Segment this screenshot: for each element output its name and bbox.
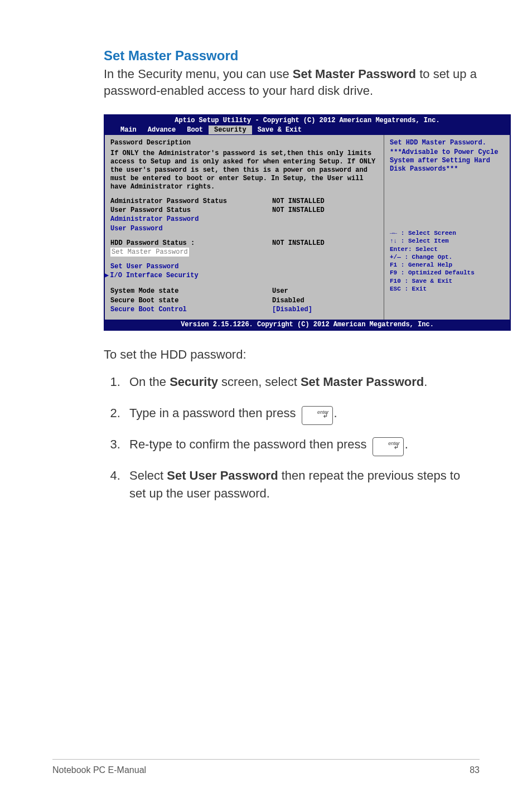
bios-tab-bar: Main Advance Boot Security Save & Exit [105,125,510,135]
intro-paragraph: In the Security menu, you can use Set Ma… [104,66,480,99]
bios-title-bar: Aptio Setup Utility - Copyright (C) 2012… [105,115,510,125]
bios-tab-save-exit: Save & Exit [252,125,307,134]
user-status-value: NOT INSTALLED [272,206,325,215]
intro-text-pre: In the Security menu, you can use [104,67,293,81]
hdd-status-label: HDD Password Status : [110,239,272,248]
enter-key-icon: enter↲ [373,437,404,456]
key-optimized-defaults: F9 : Optimized Defaults [390,269,504,277]
row-set-user: Set User Password [110,262,378,271]
password-description-title: Password Description [110,138,378,147]
row-secure-boot-control: Secure Boot Control [Disabled] [110,305,378,314]
row-user-status: User Password Status NOT INSTALLED [110,206,378,215]
key-enter-select: Enter: Select [390,245,504,253]
row-system-mode: System Mode state User [110,287,378,296]
key-save-exit: F10 : Save & Exit [390,277,504,285]
step-1: On the Security screen, select Set Maste… [124,373,480,391]
step-4: Select Set User Password then repeat the… [124,467,480,503]
step-1-bold-1: Security [170,375,218,389]
key-select-item: ↑↓ : Select Item [390,237,504,245]
bios-key-legend: →← : Select Screen ↑↓ : Select Item Ente… [390,229,504,293]
step-4-pre: Select [129,468,167,482]
steps-heading: To set the HDD password: [104,347,480,362]
admin-status-value: NOT INSTALLED [272,197,325,206]
bios-tab-main: Main [115,125,142,134]
set-user-password-label: Set User Password [110,262,272,271]
user-password-label: User Password [110,224,272,233]
enter-arrow-icon: ↲ [393,442,399,452]
step-1-mid: screen, select [218,375,301,389]
secure-boot-state-value: Disabled [272,296,304,305]
bios-tab-security: Security [209,125,252,134]
row-user-password: User Password [110,224,378,233]
enter-arrow-icon: ↲ [322,410,328,421]
row-hdd-status: HDD Password Status : NOT INSTALLED [110,239,378,248]
hdd-status-value: NOT INSTALLED [272,239,325,248]
row-secure-boot-state: Secure Boot state Disabled [110,296,378,305]
key-change-opt: +/— : Change Opt. [390,253,504,261]
bios-body: Password Description If ONLY the Adminis… [105,135,510,320]
bios-screenshot: Aptio Setup Utility - Copyright (C) 2012… [104,114,511,331]
page-footer: Notebook PC E-Manual 83 [52,759,480,775]
key-exit: ESC : Exit [390,285,504,293]
step-3: Re-type to confirm the password then pre… [124,436,480,453]
intro-text-bold: Set Master Password [293,67,416,81]
system-mode-label: System Mode state [110,287,272,296]
key-select-screen: →← : Select Screen [390,229,504,237]
row-admin-status: Administrator Password Status NOT INSTAL… [110,197,378,206]
io-interface-security-label: I/O Interface Security [110,271,272,280]
bios-help-text: ***Advisable to Power Cycle System after… [390,148,504,173]
row-set-master: Set Master Password [110,248,378,257]
steps-list: On the Security screen, select Set Maste… [104,373,480,502]
bios-tab-boot: Boot [181,125,209,134]
secure-boot-state-label: Secure Boot state [110,296,272,305]
row-io-interface-security: ▶I/O Interface Security [105,271,378,280]
secure-boot-control-label: Secure Boot Control [110,305,272,314]
step-1-post: . [424,375,427,389]
step-3-pre: Re-type to confirm the password then pre… [129,437,370,451]
step-2-pre: Type in a password then press [129,406,299,420]
footer-title: Notebook PC E-Manual [52,765,146,775]
step-3-post: . [405,437,408,451]
bios-tab-advance: Advance [142,125,181,134]
bios-left-panel: Password Description If ONLY the Adminis… [105,135,384,320]
bios-right-panel: Set HDD Master Password. ***Advisable to… [384,135,510,320]
admin-password-label: Administrator Password [110,215,272,224]
step-2-post: . [334,406,337,420]
enter-key-icon: enter↲ [302,406,333,425]
step-2: Type in a password then press enter↲. [124,404,480,422]
page-number: 83 [470,765,480,775]
section-heading: Set Master Password [104,48,480,64]
user-status-label: User Password Status [110,206,272,215]
secure-boot-control-value: [Disabled] [272,305,312,314]
admin-status-label: Administrator Password Status [110,197,272,206]
set-master-password-selected: Set Master Password [110,248,189,257]
step-1-pre: On the [129,375,170,389]
bios-help-title: Set HDD Master Password. [390,138,504,147]
system-mode-value: User [272,287,288,296]
row-admin-password: Administrator Password [110,215,378,224]
submenu-arrow-icon: ▶ [105,271,109,280]
bios-footer-bar: Version 2.15.1226. Copyright (C) 2012 Am… [105,320,510,330]
step-1-bold-2: Set Master Password [301,375,424,389]
password-description-text: If ONLY the Administrator's password is … [110,149,378,191]
key-general-help: F1 : General Help [390,261,504,269]
step-4-bold: Set User Password [167,468,278,482]
